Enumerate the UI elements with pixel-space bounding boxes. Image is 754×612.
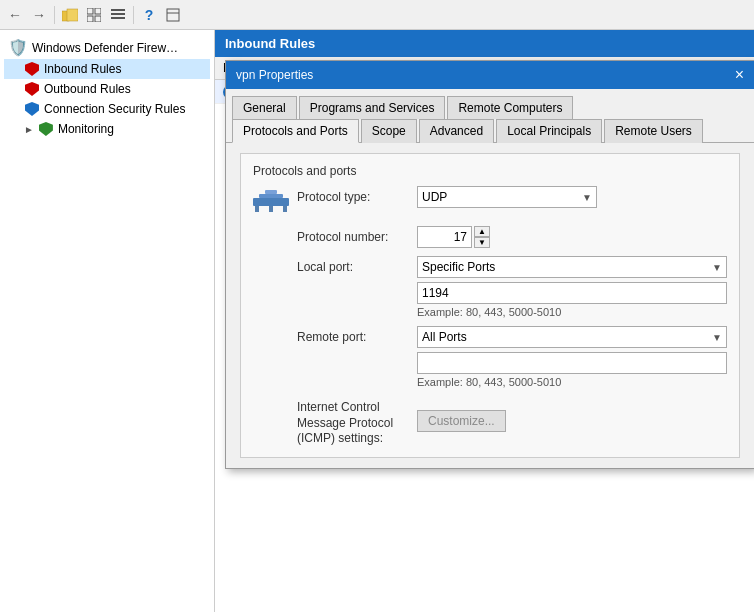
- sidebar-root: 🛡️ Windows Defender Firewall wit... Inbo…: [0, 30, 214, 145]
- tab-programs[interactable]: Programs and Services: [299, 96, 446, 119]
- section-title: Protocols and ports: [253, 164, 727, 178]
- protocol-type-value: UDP: [422, 190, 447, 204]
- sidebar-item-connection[interactable]: Connection Security Rules: [4, 99, 210, 119]
- toolbar-separator-2: [133, 6, 134, 24]
- svg-rect-8: [111, 17, 125, 19]
- sidebar-item-label-outbound: Outbound Rules: [44, 82, 131, 96]
- protocol-type-dropdown[interactable]: UDP ▼: [417, 186, 597, 208]
- toolbar: ← → ?: [0, 0, 754, 30]
- protocol-number-spinner: ▲ ▼: [474, 226, 490, 248]
- spin-down-button[interactable]: ▼: [474, 237, 490, 248]
- svg-rect-7: [111, 13, 125, 15]
- local-port-control: Specific Ports ▼ Example: 80, 443, 5000-…: [417, 256, 727, 318]
- help-button[interactable]: ?: [138, 4, 160, 26]
- svg-rect-2: [87, 8, 93, 14]
- sidebar-item-label-connection: Connection Security Rules: [44, 102, 185, 116]
- connection-icon: [24, 101, 40, 117]
- protocol-number-input[interactable]: [417, 226, 472, 248]
- firewall-icon: 🛡️: [8, 38, 28, 57]
- open-folder-button[interactable]: [59, 4, 81, 26]
- close-button[interactable]: ×: [735, 67, 744, 83]
- local-port-example: Example: 80, 443, 5000-5010: [417, 306, 727, 318]
- tabs-row-top: General Programs and Services Remote Com…: [226, 89, 754, 118]
- remote-port-dropdown-arrow: ▼: [712, 332, 722, 343]
- icmp-control: Customize...: [417, 410, 727, 432]
- icmp-label: Internet Control Message Protocol (ICMP)…: [297, 396, 417, 447]
- svg-rect-4: [87, 16, 93, 22]
- protocol-type-control: UDP ▼: [417, 186, 727, 208]
- tab-remote-computers[interactable]: Remote Computers: [447, 96, 573, 119]
- content-area: Inbound Rules Name Group vpn: [215, 30, 754, 612]
- local-port-dropdown-arrow: ▼: [712, 262, 722, 273]
- protocol-number-label: Protocol number:: [297, 226, 417, 244]
- local-port-input[interactable]: [417, 282, 727, 304]
- tab-general[interactable]: General: [232, 96, 297, 119]
- local-port-label: Local port:: [297, 256, 417, 274]
- vpn-properties-dialog: vpn Properties × General Programs and Se…: [225, 60, 754, 469]
- svg-rect-3: [95, 8, 101, 14]
- sidebar-item-label-inbound: Inbound Rules: [44, 62, 121, 76]
- svg-rect-13: [265, 190, 277, 194]
- sidebar-item-inbound[interactable]: Inbound Rules: [4, 59, 210, 79]
- tab-advanced[interactable]: Advanced: [419, 119, 494, 143]
- remote-port-input[interactable]: [417, 352, 727, 374]
- remote-port-dropdown-value: All Ports: [422, 330, 467, 344]
- monitoring-chevron: ►: [24, 124, 34, 135]
- tab-local-principals[interactable]: Local Principals: [496, 119, 602, 143]
- form-area: Protocols and ports: [240, 153, 740, 458]
- tabs-row-2: Protocols and Ports Scope Advanced Local…: [226, 118, 754, 143]
- toolbar-separator-1: [54, 6, 55, 24]
- sidebar: 🛡️ Windows Defender Firewall wit... Inbo…: [0, 30, 215, 612]
- local-port-dropdown-row: Specific Ports ▼: [417, 256, 727, 278]
- remote-port-example: Example: 80, 443, 5000-5010: [417, 376, 727, 388]
- sidebar-item-monitoring[interactable]: ► Monitoring: [4, 119, 210, 139]
- dialog-body: Protocols and ports: [226, 143, 754, 468]
- tab-protocols[interactable]: Protocols and Ports: [232, 119, 359, 143]
- remote-port-control: All Ports ▼ Example: 80, 443, 5000-5010: [417, 326, 727, 388]
- svg-rect-9: [167, 9, 179, 21]
- protocol-dropdown-arrow: ▼: [582, 192, 592, 203]
- svg-rect-15: [283, 206, 287, 212]
- dialog-titlebar: vpn Properties ×: [226, 61, 754, 89]
- local-port-dropdown[interactable]: Specific Ports ▼: [417, 256, 727, 278]
- forward-button[interactable]: →: [28, 4, 50, 26]
- svg-rect-12: [259, 194, 283, 198]
- svg-rect-11: [253, 198, 289, 206]
- svg-rect-16: [269, 206, 273, 212]
- sidebar-root-label: Windows Defender Firewall wit...: [32, 41, 182, 55]
- monitoring-icon: [38, 121, 54, 137]
- local-port-row: Local port: Specific Ports ▼: [253, 256, 727, 318]
- dialog-overlay: vpn Properties × General Programs and Se…: [215, 30, 754, 612]
- list-view-button[interactable]: [107, 4, 129, 26]
- protocol-icon: [253, 182, 289, 218]
- local-port-input-container: [417, 282, 727, 304]
- tab-scope[interactable]: Scope: [361, 119, 417, 143]
- spin-up-button[interactable]: ▲: [474, 226, 490, 237]
- svg-rect-5: [95, 16, 101, 22]
- protocol-type-label: Protocol type:: [297, 186, 417, 204]
- remote-port-dropdown[interactable]: All Ports ▼: [417, 326, 727, 348]
- customize-button[interactable]: Customize...: [417, 410, 506, 432]
- inbound-icon: [24, 61, 40, 77]
- sidebar-root-item[interactable]: 🛡️ Windows Defender Firewall wit...: [4, 36, 210, 59]
- grid-view-button[interactable]: [83, 4, 105, 26]
- dialog-title: vpn Properties: [236, 68, 313, 82]
- sidebar-item-outbound[interactable]: Outbound Rules: [4, 79, 210, 99]
- main-layout: 🛡️ Windows Defender Firewall wit... Inbo…: [0, 30, 754, 612]
- remote-port-dropdown-row: All Ports ▼: [417, 326, 727, 348]
- remote-port-input-container: [417, 352, 727, 374]
- protocol-type-row: Protocol type: UDP ▼: [253, 186, 727, 218]
- back-button[interactable]: ←: [4, 4, 26, 26]
- remote-port-row: Remote port: All Ports ▼: [253, 326, 727, 388]
- properties-button[interactable]: [162, 4, 184, 26]
- svg-rect-1: [67, 9, 78, 21]
- protocol-number-control: ▲ ▼: [417, 226, 727, 248]
- tab-remote-users[interactable]: Remote Users: [604, 119, 703, 143]
- outbound-icon: [24, 81, 40, 97]
- svg-rect-14: [255, 206, 259, 212]
- local-port-dropdown-value: Specific Ports: [422, 260, 495, 274]
- sidebar-item-label-monitoring: Monitoring: [58, 122, 114, 136]
- icmp-row: Internet Control Message Protocol (ICMP)…: [253, 396, 727, 447]
- svg-rect-6: [111, 9, 125, 11]
- remote-port-label: Remote port:: [297, 326, 417, 344]
